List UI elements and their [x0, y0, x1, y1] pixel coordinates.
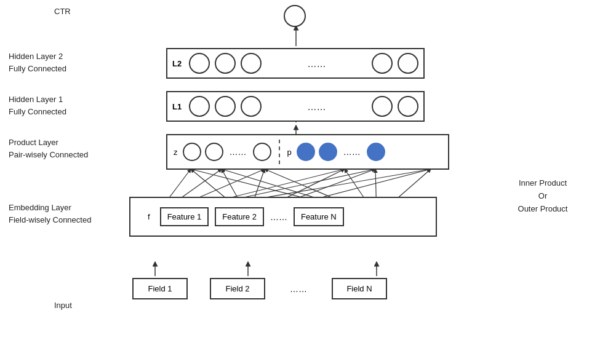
fieldN-box: Field N	[332, 278, 387, 299]
input-label: Input	[54, 300, 72, 311]
l1-circle-4	[372, 96, 393, 117]
p-circle-3	[367, 143, 385, 161]
l2-dots: ……	[266, 58, 367, 69]
hidden-layer-2-label: Hidden Layer 2Fully Connected	[9, 50, 66, 74]
field-dots: ……	[287, 284, 310, 294]
product-divider	[279, 140, 280, 164]
l2-circle-1	[189, 53, 210, 74]
l1-dots: ……	[266, 101, 367, 112]
product-layer-label: Product LayerPair-wisely Connected	[9, 136, 88, 160]
l1-circle-5	[398, 96, 418, 117]
l1-circle-3	[241, 96, 262, 117]
l1-circle-1	[189, 96, 210, 117]
feature1-box: Feature 1	[160, 207, 209, 226]
embedding-dots: ……	[270, 212, 287, 222]
diagram: CTR L2 …… Hidden Layer 2Fully Connected …	[0, 0, 592, 364]
l2-circle-3	[241, 53, 262, 74]
l2-circle-4	[372, 53, 393, 74]
ctr-node	[284, 5, 306, 30]
z-circle-3	[253, 143, 271, 161]
featureN-box: Feature N	[294, 207, 344, 226]
l2-circle-2	[215, 53, 236, 74]
z-circle-1	[183, 143, 201, 161]
ctr-label: CTR	[54, 6, 71, 17]
l2-box: L2 ……	[166, 48, 425, 79]
p-circle-2	[319, 143, 337, 161]
l1-box: L1 ……	[166, 91, 425, 122]
z-circle-2	[205, 143, 223, 161]
embedding-layer-label: Embedding LayerField-wisely Connected	[9, 202, 91, 226]
l2-label: L2	[172, 59, 182, 68]
inner-product-label: Inner ProductOrOuter Product	[500, 177, 586, 215]
product-dots2: ……	[341, 147, 363, 157]
hidden-layer-1-label: Hidden Layer 1Fully Connected	[9, 93, 66, 117]
p-label: p	[287, 148, 292, 157]
field-row: Field 1 Field 2 …… Field N	[132, 278, 387, 299]
l2-circle-5	[398, 53, 418, 74]
product-dots1: ……	[227, 147, 249, 157]
l1-label: L1	[172, 102, 182, 111]
embedding-box: 1 f Feature 1 Feature 2 …… Feature N	[129, 197, 437, 237]
p-circle-1	[297, 143, 315, 161]
field1-box: Field 1	[132, 278, 188, 299]
ctr-circle	[284, 5, 306, 27]
f-label: f	[148, 212, 150, 221]
product-box: z …… p ……	[166, 134, 449, 170]
l1-circle-2	[215, 96, 236, 117]
z-label: z	[174, 148, 178, 157]
feature2-box: Feature 2	[215, 207, 264, 226]
field2-box: Field 2	[210, 278, 265, 299]
